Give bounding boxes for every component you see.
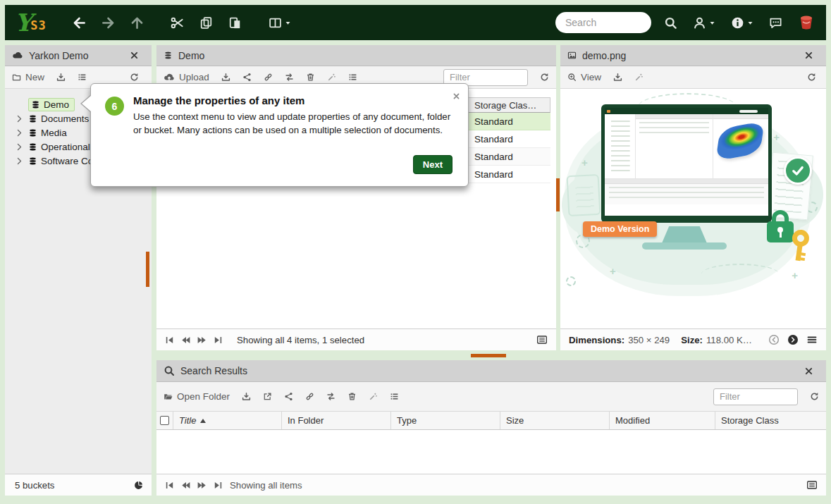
tour-close-button[interactable] [453, 90, 460, 103]
sr-page-next-button[interactable] [197, 481, 207, 490]
table-settings-button[interactable] [536, 334, 548, 345]
table-row[interactable]: Standard [468, 113, 550, 130]
table-row[interactable]: Standard [468, 166, 550, 183]
paste-button[interactable] [228, 16, 242, 30]
share-button[interactable] [242, 73, 252, 82]
sr-link-button[interactable] [305, 392, 314, 401]
bucket-refresh-button[interactable] [540, 73, 549, 82]
tour-next-button[interactable]: Next [413, 155, 453, 174]
table-row[interactable]: Standard [468, 130, 550, 148]
sr-refresh-button[interactable] [810, 392, 819, 401]
user-menu[interactable] [693, 16, 715, 30]
search-filter-input[interactable] [713, 388, 798, 405]
sidebar-resize-handle[interactable] [146, 252, 149, 287]
sidebar-download-button[interactable] [56, 73, 66, 82]
search-results-close-button[interactable] [804, 367, 819, 376]
preview-image-area: + + + + + [560, 89, 826, 328]
preview-rename-button[interactable] [634, 73, 644, 82]
app-logo[interactable]: Y S3 [15, 13, 47, 33]
chevron-right-icon[interactable] [15, 114, 24, 123]
sr-move-button[interactable] [326, 392, 336, 401]
page-first-button[interactable] [165, 336, 174, 345]
copy-button[interactable] [199, 16, 213, 30]
prev-item-button[interactable] [768, 334, 780, 345]
download-icon [56, 73, 66, 82]
sr-page-prev-button[interactable] [181, 481, 190, 490]
user-icon [693, 16, 706, 30]
app-root: Y S3 Yarkon Demo [0, 0, 831, 504]
sr-page-last-button[interactable] [214, 481, 223, 490]
page-prev-button[interactable] [181, 336, 190, 345]
column-header-modified[interactable]: Modified [610, 412, 715, 429]
move-button[interactable] [285, 73, 294, 82]
preview-refresh-button[interactable] [807, 73, 816, 82]
select-all-checkbox[interactable] [160, 416, 169, 425]
forward-button[interactable] [101, 16, 115, 30]
sr-rename-button[interactable] [369, 392, 378, 401]
column-header-type[interactable]: Type [391, 412, 500, 429]
usage-chart-button[interactable] [134, 481, 143, 490]
global-search-input[interactable] [555, 12, 651, 33]
column-header-title[interactable]: Title [173, 412, 282, 429]
view-label: View [581, 72, 601, 82]
trash-icon [306, 73, 315, 82]
search-resize-handle[interactable] [471, 354, 506, 357]
details-button[interactable] [348, 73, 357, 82]
sidebar-details-button[interactable] [78, 73, 87, 82]
chevron-right-icon[interactable] [15, 128, 24, 137]
page-first-icon [165, 336, 174, 345]
column-header-size[interactable]: Size [500, 412, 610, 429]
page-last-icon [214, 336, 223, 345]
delete-button[interactable] [306, 73, 315, 82]
column-header-storage-class[interactable]: Storage Class [715, 412, 826, 429]
back-button[interactable] [73, 16, 86, 30]
sr-delete-button[interactable] [347, 392, 357, 401]
search-button[interactable] [664, 16, 677, 30]
sr-open-external-button[interactable] [263, 392, 272, 401]
open-folder-button[interactable]: Open Folder [164, 391, 230, 402]
bucket-icon [28, 156, 37, 166]
download-button[interactable] [221, 73, 230, 82]
sr-table-settings-button[interactable] [806, 479, 818, 491]
caret-down-icon [285, 20, 291, 26]
sr-download-button[interactable] [242, 392, 251, 401]
view-button[interactable]: View [567, 72, 601, 82]
cut-button[interactable] [171, 16, 184, 30]
page-last-button[interactable] [214, 336, 223, 345]
up-button[interactable] [130, 16, 144, 30]
list-icon [348, 73, 357, 82]
scissors-icon [171, 16, 184, 30]
sidebar-close-button[interactable] [130, 51, 144, 60]
preview-resize-handle[interactable] [556, 178, 560, 211]
link-button[interactable] [264, 73, 273, 82]
info-menu[interactable] [731, 16, 753, 30]
rename-button[interactable] [327, 73, 336, 82]
layout-columns-menu[interactable] [269, 16, 291, 30]
column-header-in-folder[interactable]: In Folder [282, 412, 391, 429]
sr-page-first-button[interactable] [165, 481, 174, 490]
wand-icon [369, 392, 378, 401]
download-icon [242, 392, 251, 401]
select-all-cell [156, 412, 173, 429]
page-next-button[interactable] [197, 336, 207, 345]
open-folder-label: Open Folder [177, 391, 230, 402]
chevron-right-icon[interactable] [15, 156, 24, 166]
feedback-button[interactable] [769, 16, 782, 30]
sidebar-refresh-button[interactable] [130, 73, 139, 82]
sr-details-button[interactable] [390, 392, 399, 401]
next-item-button[interactable] [787, 334, 799, 345]
s3-provider-button[interactable] [798, 14, 815, 31]
sr-share-button[interactable] [284, 392, 293, 401]
storage-class-column-header[interactable]: Storage Clas… [468, 97, 550, 113]
preview-download-button[interactable] [613, 73, 622, 82]
bucket-status-text: Showing all 4 items, 1 selected [237, 335, 364, 345]
preview-close-button[interactable] [804, 51, 819, 60]
table-row[interactable]: Standard [468, 148, 550, 166]
new-bucket-button[interactable]: New [12, 72, 44, 82]
upload-button[interactable]: Upload [164, 72, 209, 83]
preview-menu-button[interactable] [806, 334, 818, 345]
bucket-panel-header: Demo [156, 45, 556, 66]
chevron-right-icon[interactable] [15, 142, 24, 152]
search-results-footer: Showing all items [156, 474, 826, 496]
circle-arrow-right-icon [787, 334, 799, 345]
